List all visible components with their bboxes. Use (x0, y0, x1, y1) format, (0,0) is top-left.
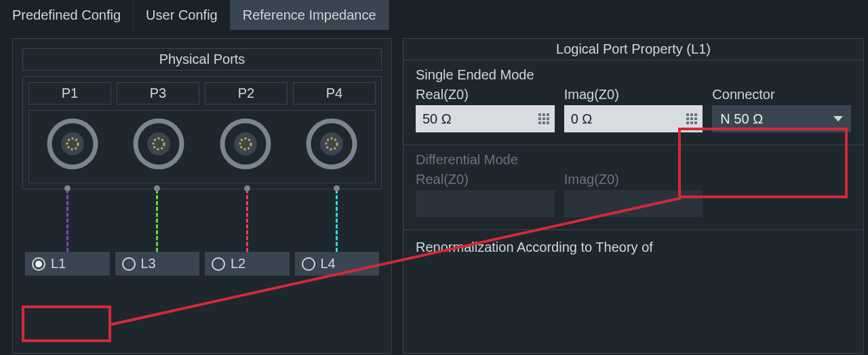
radio-icon (122, 257, 136, 271)
connection-line (66, 189, 68, 252)
keypad-icon[interactable] (686, 113, 697, 124)
logical-port-label: L2 (231, 256, 245, 272)
port-connector-icon[interactable] (132, 117, 185, 170)
differential-mode-label: Differential Mode (403, 145, 863, 172)
diff-imag-z0-input (564, 190, 703, 217)
radio-icon (302, 257, 315, 271)
logical-ports-row: L1 L3 L2 L4 (22, 252, 382, 276)
single-ended-mode-label: Single Ended Mode (403, 60, 863, 87)
logical-port-l4[interactable]: L4 (295, 252, 380, 276)
svg-point-1 (61, 132, 84, 155)
logical-port-label: L3 (141, 256, 156, 272)
tab-reference-impedance[interactable]: Reference Impedance (231, 0, 389, 30)
port-header: P2 (205, 82, 288, 105)
connection-line (156, 189, 158, 252)
svg-point-7 (234, 132, 257, 155)
logical-port-l2[interactable]: L2 (205, 252, 290, 276)
tab-predefined-config[interactable]: Predefined Config (0, 0, 134, 30)
logical-port-label: L4 (321, 256, 336, 272)
radio-icon (212, 257, 225, 271)
connector-value: N 50 Ω (720, 111, 763, 127)
port-header: P3 (117, 82, 199, 105)
keypad-icon[interactable] (538, 113, 549, 124)
radio-icon (32, 257, 45, 271)
tab-user-config[interactable]: User Config (134, 0, 231, 30)
real-z0-label: Real(Z0) (416, 87, 555, 102)
imag-z0-label: Imag(Z0) (564, 87, 703, 102)
imag-z0-input[interactable] (564, 105, 703, 132)
diff-imag-z0-label: Imag(Z0) (564, 172, 703, 187)
logical-port-label: L1 (51, 256, 66, 272)
chevron-down-icon (833, 116, 843, 122)
svg-point-4 (147, 132, 170, 155)
connector-select[interactable]: N 50 Ω (712, 105, 851, 132)
physical-ports-title: Physical Ports (22, 48, 382, 71)
connection-line (336, 189, 338, 252)
renormalization-label: Renormalization According to Theory of (403, 230, 863, 255)
diff-real-z0-input (416, 190, 555, 217)
connector-label: Connector (712, 87, 851, 102)
port-connector-icon[interactable] (219, 117, 272, 170)
ports-box: P1 P3 P2 P4 (22, 76, 382, 189)
port-header: P1 (28, 82, 111, 105)
port-connector-icon[interactable] (46, 117, 99, 170)
logical-port-l1[interactable]: L1 (25, 252, 110, 276)
logical-port-property-title: Logical Port Property (L1) (403, 39, 863, 60)
logical-port-property-panel: Logical Port Property (L1) Single Ended … (403, 38, 864, 354)
connection-lines (22, 189, 382, 252)
logical-port-l3[interactable]: L3 (115, 252, 200, 276)
svg-point-10 (320, 132, 343, 155)
diff-real-z0-label: Real(Z0) (416, 172, 555, 187)
connection-line (246, 189, 248, 252)
physical-ports-panel: Physical Ports P1 P3 P2 P4 (12, 38, 392, 354)
tabs: Predefined Config User Config Reference … (0, 0, 868, 30)
real-z0-input[interactable] (416, 105, 555, 132)
port-connector-icon[interactable] (305, 117, 358, 170)
port-header: P4 (293, 82, 376, 105)
